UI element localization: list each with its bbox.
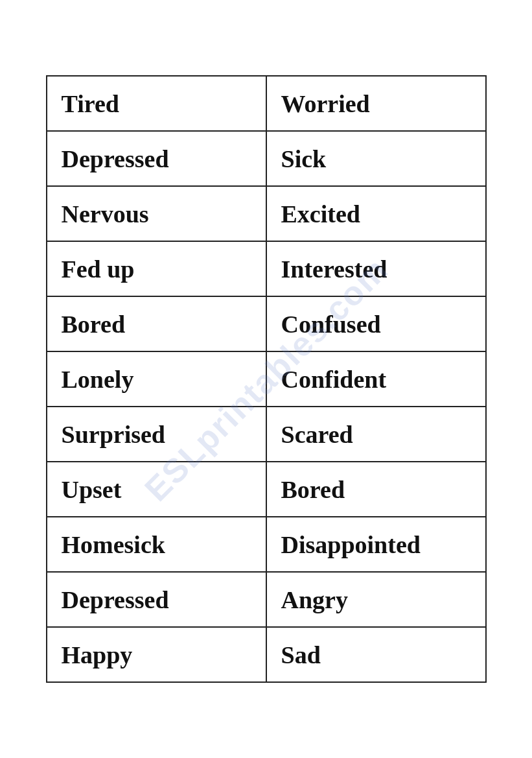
cell-right-1: Sick [266, 131, 486, 186]
table-row: SurprisedScared [47, 407, 486, 462]
cell-right-7: Bored [266, 462, 486, 517]
cell-right-5: Confident [266, 351, 486, 407]
cell-left-10: Happy [47, 627, 266, 682]
cell-left-8: Homesick [47, 517, 266, 572]
cell-right-0: Worried [266, 76, 486, 131]
table-row: HappySad [47, 627, 486, 682]
cell-left-3: Fed up [47, 241, 266, 296]
cell-left-7: Upset [47, 462, 266, 517]
cell-right-3: Interested [266, 241, 486, 296]
cell-right-9: Angry [266, 572, 486, 627]
cell-left-6: Surprised [47, 407, 266, 462]
cell-left-5: Lonely [47, 351, 266, 407]
page-container: ESLprintables.com TiredWorriedDepressedS… [0, 0, 532, 758]
cell-right-4: Confused [266, 296, 486, 351]
cell-right-10: Sad [266, 627, 486, 682]
table-row: BoredConfused [47, 296, 486, 351]
table-row: LonelyConfident [47, 351, 486, 407]
table-row: TiredWorried [47, 76, 486, 131]
table-row: DepressedSick [47, 131, 486, 186]
cell-left-2: Nervous [47, 186, 266, 241]
cell-right-2: Excited [266, 186, 486, 241]
cell-left-1: Depressed [47, 131, 266, 186]
table-row: DepressedAngry [47, 572, 486, 627]
cell-left-0: Tired [47, 76, 266, 131]
table-row: Fed upInterested [47, 241, 486, 296]
table-row: HomesickDisappointed [47, 517, 486, 572]
cell-left-9: Depressed [47, 572, 266, 627]
cell-left-4: Bored [47, 296, 266, 351]
table-row: UpsetBored [47, 462, 486, 517]
cell-right-6: Scared [266, 407, 486, 462]
cell-right-8: Disappointed [266, 517, 486, 572]
table-row: NervousExcited [47, 186, 486, 241]
word-table: TiredWorriedDepressedSickNervousExcitedF… [46, 75, 487, 683]
